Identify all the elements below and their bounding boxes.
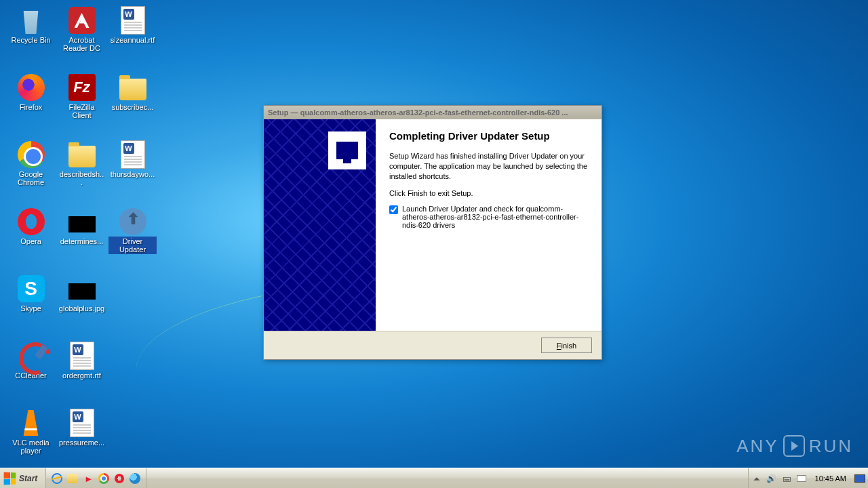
setup-window: Setup — qualcomm-atheros-atheros-ar8132-… — [263, 105, 602, 360]
icon-label: Driver Updater — [108, 237, 157, 254]
desktop-icon-google-chrome[interactable]: Google Chrome — [5, 140, 56, 190]
icon-label: VLC media player — [7, 438, 55, 455]
watermark: ANYRUN — [736, 435, 853, 457]
icon-label: FileZilla Client — [58, 102, 106, 120]
desktop-icon-pressureme-[interactable]: pressureme... — [56, 408, 107, 459]
wizard-text-2: Click Finish to exit Setup. — [389, 188, 588, 199]
icon-label: pressureme... — [58, 438, 106, 447]
icon-label: sizeannual.rtf — [109, 35, 156, 45]
setup-icon — [328, 131, 366, 169]
icon-label: subscribec... — [111, 102, 155, 112]
media-icon[interactable]: ▸ — [81, 472, 95, 485]
desktop-icon-vlc-media-player[interactable]: VLC media player — [5, 408, 56, 459]
desktop-icon-driver-updater[interactable]: Driver Updater — [107, 207, 158, 258]
start-button[interactable]: Start — [0, 468, 46, 489]
icon-label: Acrobat Reader DC — [58, 35, 106, 53]
launch-checkbox-input[interactable] — [389, 205, 398, 214]
desktop-icon-determines-[interactable]: determines... — [56, 207, 107, 258]
wizard-heading: Completing Driver Updater Setup — [389, 130, 588, 142]
windows-logo-icon — [4, 472, 16, 485]
expand-tray-icon[interactable]: ⏶ — [751, 473, 762, 484]
explorer-icon[interactable] — [66, 472, 79, 485]
desktop-icon-acrobat-reader-dc[interactable]: Acrobat Reader DC — [56, 5, 107, 56]
desktop-icon-opera[interactable]: Opera — [5, 207, 56, 258]
monitor-icon[interactable] — [854, 473, 865, 484]
icon-label: Google Chrome — [7, 169, 55, 187]
quick-launch: ▸ — [46, 468, 146, 488]
wizard-sidebar — [264, 119, 376, 331]
flag-icon[interactable] — [796, 473, 807, 484]
icon-label: globalplus.jpg — [58, 304, 106, 313]
desktop-icon-firefox[interactable]: Firefox — [5, 73, 56, 123]
desktop-icon-skype[interactable]: SSkype — [5, 274, 56, 325]
desktop-icon-filezilla-client[interactable]: FzFileZilla Client — [56, 73, 107, 123]
desktop-icon-describedsh-[interactable]: describedsh... — [56, 140, 107, 190]
finish-button[interactable]: Finish — [541, 338, 592, 353]
clock[interactable]: 10:45 AM — [811, 474, 850, 483]
desktop-icon-recycle-bin[interactable]: Recycle Bin — [5, 5, 56, 56]
magnifier-icon[interactable] — [128, 472, 142, 485]
launch-checkbox[interactable]: Launch Driver Updater and check for qual… — [389, 205, 588, 229]
icon-label: describedsh... — [58, 169, 106, 187]
icon-label: Firefox — [18, 102, 44, 112]
icon-label: ordergmt.rtf — [61, 371, 102, 380]
icon-label: thursdaywo... — [109, 169, 156, 179]
icon-label: determines... — [59, 237, 105, 246]
icon-label: Opera — [19, 237, 43, 246]
desktop-icon-sizeannual-rtf[interactable]: sizeannual.rtf — [107, 5, 158, 56]
icon-label: Recycle Bin — [9, 35, 52, 45]
wizard-text-1: Setup Wizard has finished installing Dri… — [389, 151, 588, 182]
desktop-icon-subscribec-[interactable]: subscribec... — [107, 73, 158, 123]
window-titlebar[interactable]: Setup — qualcomm-atheros-atheros-ar8132-… — [264, 106, 601, 119]
device-icon[interactable]: 🖴 — [781, 473, 792, 484]
desktop-icon-globalplus-jpg[interactable]: globalplus.jpg — [56, 274, 107, 325]
icon-label: Skype — [19, 304, 43, 313]
volume-icon[interactable]: 🔊 — [766, 473, 777, 484]
desktop-icon-ordergmt-rtf[interactable]: ordergmt.rtf — [56, 341, 107, 392]
taskbar: Start ▸ ⏶ 🔊 🖴 10:45 AM — [0, 468, 868, 488]
desktop-icon-thursdaywo-[interactable]: thursdaywo... — [107, 140, 158, 190]
ie-icon[interactable] — [50, 472, 64, 485]
opera-icon[interactable] — [113, 472, 126, 485]
chrome-icon[interactable] — [97, 472, 111, 485]
system-tray: ⏶ 🔊 🖴 10:45 AM — [748, 468, 868, 488]
desktop-icon-ccleaner[interactable]: CCleaner — [5, 341, 56, 392]
